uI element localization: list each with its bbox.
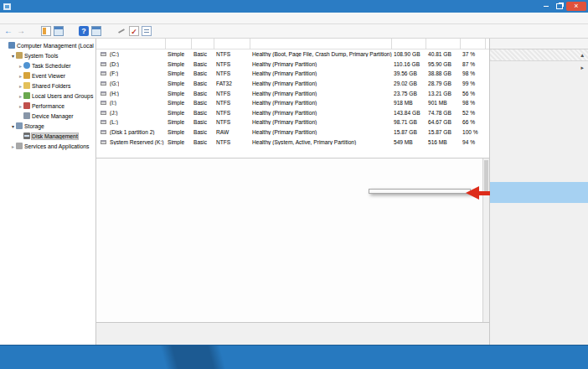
details-icon[interactable] — [142, 26, 152, 36]
graph-scrollbar[interactable] — [482, 159, 489, 322]
graphical-view — [96, 158, 489, 322]
expander-icon[interactable] — [18, 63, 23, 69]
system-tools-icon — [16, 52, 23, 59]
tree-item[interactable]: Storage — [0, 121, 95, 131]
column-header-pctfree[interactable] — [461, 39, 486, 49]
tree-item-label: Services and Applications — [24, 143, 89, 149]
menu-item[interactable] — [33, 13, 43, 24]
expander-icon[interactable] — [10, 123, 16, 129]
minimize-button[interactable] — [539, 2, 553, 11]
tree-item[interactable]: Services and Applications — [0, 141, 95, 151]
shared-folders-icon — [23, 82, 30, 89]
performance-icon — [23, 102, 30, 109]
restore-button[interactable] — [553, 2, 566, 11]
volume-icon — [101, 120, 106, 124]
expander-icon[interactable] — [10, 53, 16, 59]
tree-item[interactable]: Task Scheduler — [0, 60, 95, 70]
services-icon — [16, 143, 23, 149]
expander-icon[interactable] — [18, 93, 23, 99]
properties-icon[interactable] — [54, 26, 64, 36]
collapse-icon[interactable] — [581, 52, 584, 59]
expander-icon[interactable] — [10, 143, 16, 149]
menu-item[interactable] — [23, 13, 33, 24]
refresh-icon[interactable] — [116, 26, 126, 36]
volume-icon — [101, 140, 106, 144]
tree-item[interactable]: Disk Management — [0, 131, 95, 141]
toolbar — [0, 24, 588, 39]
title-bar[interactable]: × — [0, 0, 588, 13]
expander-icon[interactable] — [18, 83, 23, 89]
volume-row[interactable]: (Disk 1 partition 2) Simple Basic RAW He… — [96, 127, 489, 138]
volume-row[interactable]: (J:) Simple Basic NTFS Healthy (Primary … — [96, 108, 489, 118]
volume-row[interactable]: (D:) Simple Basic NTFS Healthy (Primary … — [96, 60, 489, 70]
volume-row[interactable]: (C:) Simple Basic NTFS Healthy (Boot, Pa… — [96, 49, 489, 60]
event-viewer-icon — [23, 72, 30, 79]
tree-item[interactable]: Event Viewer — [0, 70, 95, 81]
menu-bar — [0, 13, 588, 24]
column-header-filesystem[interactable] — [214, 39, 250, 49]
tree-item-label: Task Scheduler — [32, 63, 70, 69]
volume-list: (C:) Simple Basic NTFS Healthy (Boot, Pa… — [96, 39, 489, 158]
separator[interactable] — [104, 26, 114, 36]
tree-item[interactable]: Device Manager — [0, 111, 95, 121]
tree-item[interactable]: Performance — [0, 101, 95, 111]
expander-icon[interactable] — [18, 103, 23, 109]
back-icon[interactable] — [3, 26, 13, 36]
tree-item[interactable]: Local Users and Groups — [0, 91, 95, 101]
menu-item[interactable] — [3, 13, 13, 24]
tree-item[interactable]: Shared Folders — [0, 81, 95, 91]
column-header-status[interactable] — [250, 39, 392, 49]
chevron-right-icon — [581, 65, 584, 71]
menu-item[interactable] — [13, 13, 23, 24]
volume-row[interactable]: (G:) Simple Basic FAT32 Healthy (Primary… — [96, 79, 489, 89]
annotation-callout — [490, 182, 588, 203]
actions-group-disk-management[interactable] — [490, 49, 588, 61]
action-pane-icon[interactable] — [91, 26, 101, 36]
volume-row[interactable]: (I:) Simple Basic NTFS Healthy (Primary … — [96, 98, 489, 108]
task-scheduler-icon — [23, 62, 30, 69]
forward-icon[interactable] — [16, 26, 26, 36]
column-header-layout[interactable] — [166, 39, 192, 49]
column-header-volume[interactable] — [99, 39, 166, 49]
actions-header — [490, 39, 588, 49]
computer-icon — [8, 42, 15, 49]
volume-icon — [101, 91, 106, 96]
console-tree-icon[interactable] — [41, 26, 51, 36]
volume-row[interactable]: (F:) Simple Basic NTFS Healthy (Primary … — [96, 69, 489, 79]
volume-row[interactable]: System Reserved (K:) Simple Basic NTFS H… — [96, 137, 489, 147]
annotation-arrow-tail — [479, 191, 491, 195]
volume-icon — [101, 81, 106, 86]
column-header-freespace[interactable] — [426, 39, 461, 49]
volume-icon — [101, 52, 106, 56]
device-manager-icon — [23, 112, 30, 119]
column-header-capacity[interactable] — [392, 39, 426, 49]
volume-list-header — [96, 39, 489, 49]
disk-management-icon — [23, 133, 30, 139]
volume-icon — [101, 130, 106, 134]
annotation-arrow-icon — [466, 186, 479, 200]
scrollbar-thumb[interactable] — [484, 160, 488, 194]
column-header-type[interactable] — [192, 39, 214, 49]
tree-item-label: Computer Management (Local — [17, 43, 94, 49]
tree-item-label: Device Manager — [32, 113, 74, 119]
tree-item-label: Local Users and Groups — [32, 93, 93, 99]
tree-item-label: Event Viewer — [32, 73, 65, 79]
console-tree-panel: Computer Management (Local System Tools … — [0, 39, 96, 345]
close-button[interactable]: × — [566, 2, 586, 11]
tree-item-label: Shared Folders — [32, 83, 70, 89]
volume-icon — [101, 62, 106, 66]
help-icon[interactable] — [79, 26, 89, 36]
separator[interactable] — [28, 26, 39, 36]
context-menu — [369, 189, 471, 194]
tree-item[interactable]: System Tools — [0, 50, 95, 60]
volume-icon — [101, 111, 106, 115]
more-actions[interactable] — [490, 61, 588, 75]
tree-item-label: System Tools — [24, 53, 58, 59]
rescan-disks-icon[interactable] — [129, 26, 139, 36]
storage-icon — [16, 122, 23, 129]
tree-item[interactable]: Computer Management (Local — [0, 40, 95, 50]
expander-icon[interactable] — [18, 73, 23, 79]
volume-row[interactable]: (H:) Simple Basic NTFS Healthy (Primary … — [96, 88, 489, 98]
separator[interactable] — [66, 26, 76, 36]
volume-row[interactable]: (L:) Simple Basic NTFS Healthy (Primary … — [96, 117, 489, 127]
